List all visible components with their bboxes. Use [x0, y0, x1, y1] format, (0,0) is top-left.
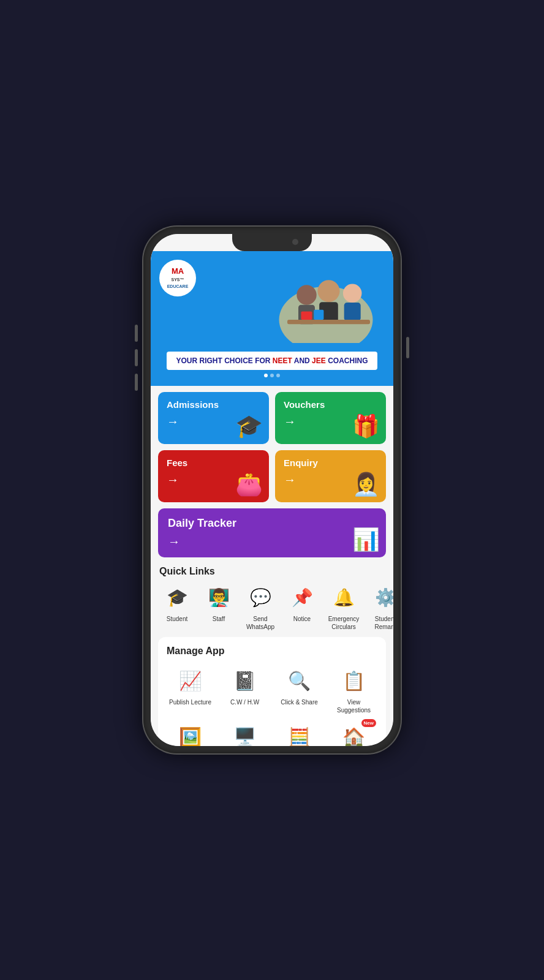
manage-publish-lecture[interactable]: 📈 Publish Lecture — [167, 665, 214, 714]
admissions-card[interactable]: Admissions → 🎓 — [158, 392, 269, 444]
svg-point-5 — [343, 284, 362, 303]
manage-gallery[interactable]: 🖼️ Gallery — [167, 722, 214, 746]
click-share-icon: 🔍 — [284, 665, 315, 696]
admissions-icon: 🎓 — [235, 413, 263, 439]
svg-point-3 — [318, 280, 340, 302]
cw-hw-label: C.W / H.W — [230, 698, 259, 706]
hero-banner: MA SYS™ EDUCARE — [151, 251, 393, 386]
svg-rect-7 — [287, 320, 370, 324]
main-cards-grid: Admissions → 🎓 Vouchers → 🎁 Fees → 👛 Enq… — [151, 386, 393, 508]
phone-frame: MA SYS™ EDUCARE — [143, 227, 401, 753]
banner-dot-3 — [276, 374, 280, 377]
svg-rect-9 — [314, 310, 323, 320]
vouchers-icon: 🎁 — [352, 413, 380, 439]
power-button — [406, 337, 409, 358]
notch — [232, 234, 312, 251]
daily-tracker-icon: 📊 — [352, 527, 380, 552]
fees-icon: 👛 — [235, 472, 263, 497]
daily-tracker-card[interactable]: Daily Tracker → 📊 — [158, 508, 386, 557]
banner-illustration — [259, 257, 393, 349]
daily-tracker-arrow: → — [168, 535, 376, 549]
student-icon: 🎓 — [162, 582, 192, 612]
admissions-label: Admissions — [167, 399, 260, 410]
vouchers-label: Vouchers — [284, 399, 377, 410]
vouchers-card[interactable]: Vouchers → 🎁 — [275, 392, 386, 444]
app-logo: MA SYS™ EDUCARE — [159, 260, 196, 296]
front-camera — [292, 239, 298, 245]
banner-text: YOUR RIGHT CHOICE FOR NEET AND JEE COACH… — [167, 352, 378, 370]
notice-icon: 📌 — [287, 582, 317, 612]
banner-dots — [264, 374, 280, 377]
svg-rect-8 — [301, 312, 312, 320]
manage-app-grid: 📈 Publish Lecture 📓 C.W / H.W 🔍 Click & … — [167, 665, 377, 746]
staff-icon: 👨‍🏫 — [203, 582, 234, 612]
enquiry-card[interactable]: Enquiry → 👩‍💼 — [275, 450, 386, 502]
banner-dot-2 — [270, 374, 274, 377]
phone-screen: MA SYS™ EDUCARE — [151, 234, 393, 746]
student-label: Student — [167, 615, 187, 623]
click-share-label: Click & Share — [281, 698, 318, 706]
screen-content: MA SYS™ EDUCARE — [151, 234, 393, 746]
emergency-label: Emergency Circulars — [325, 615, 363, 631]
manage-staff-attendance[interactable]: 🧮 Staff Attendance — [276, 722, 323, 746]
emergency-icon: 🔔 — [328, 582, 359, 612]
gallery-icon: 🖼️ — [175, 722, 206, 746]
quick-links-section: Quick Links 🎓 Student 👨‍🏫 Staff 💬 Send W… — [151, 557, 393, 637]
fees-card[interactable]: Fees → 👛 — [158, 450, 269, 502]
manage-view-suggestions[interactable]: 📋 View Suggestions — [330, 665, 377, 714]
view-suggestions-icon: 📋 — [339, 665, 369, 696]
fees-label: Fees — [167, 458, 260, 468]
manage-educare-plus[interactable]: New 🏠 Educare Plus — [330, 722, 377, 746]
new-badge: New — [361, 719, 376, 727]
volume-buttons — [135, 325, 138, 391]
publish-lecture-icon: 📈 — [175, 665, 206, 696]
manage-app-section: Manage App 📈 Publish Lecture 📓 C.W / H.W… — [158, 637, 386, 746]
svg-point-1 — [297, 285, 316, 304]
quick-link-notice[interactable]: 📌 Notice — [283, 582, 321, 631]
manage-app-title: Manage App — [167, 646, 377, 657]
whatsapp-icon: 💬 — [245, 582, 276, 612]
quick-link-student[interactable]: 🎓 Student — [158, 582, 196, 631]
quick-links-title: Quick Links — [151, 557, 393, 582]
daily-tracker-label: Daily Tracker — [168, 517, 376, 530]
student-remark-icon: ⚙️ — [370, 582, 393, 612]
staff-attendance-icon: 🧮 — [284, 722, 315, 746]
enquiry-icon: 👩‍💼 — [352, 472, 380, 497]
notice-label: Notice — [293, 615, 311, 623]
staff-label: Staff — [213, 615, 225, 623]
quick-link-emergency[interactable]: 🔔 Emergency Circulars — [325, 582, 363, 631]
enquiry-label: Enquiry — [284, 458, 377, 468]
student-remark-label: Student Remark — [366, 615, 393, 631]
manage-mock-test[interactable]: 🖥️ Mock Test — [221, 722, 268, 746]
manage-click-share[interactable]: 🔍 Click & Share — [276, 665, 323, 714]
quick-link-student-remark[interactable]: ⚙️ Student Remark — [366, 582, 393, 631]
quick-links-scroll: 🎓 Student 👨‍🏫 Staff 💬 Send WhatsApp 📌 No… — [151, 582, 393, 637]
whatsapp-label: Send WhatsApp — [241, 615, 279, 631]
publish-lecture-label: Publish Lecture — [169, 698, 211, 706]
banner-tagline: YOUR RIGHT CHOICE FOR NEET AND JEE COACH… — [176, 356, 368, 365]
manage-cw-hw[interactable]: 📓 C.W / H.W — [221, 665, 268, 714]
mock-test-icon: 🖥️ — [230, 722, 260, 746]
cw-hw-icon: 📓 — [230, 665, 260, 696]
view-suggestions-label: View Suggestions — [330, 698, 377, 714]
banner-dot-1 — [264, 374, 268, 377]
svg-rect-6 — [344, 303, 361, 321]
quick-link-staff[interactable]: 👨‍🏫 Staff — [200, 582, 238, 631]
quick-link-send-whatsapp[interactable]: 💬 Send WhatsApp — [241, 582, 279, 631]
